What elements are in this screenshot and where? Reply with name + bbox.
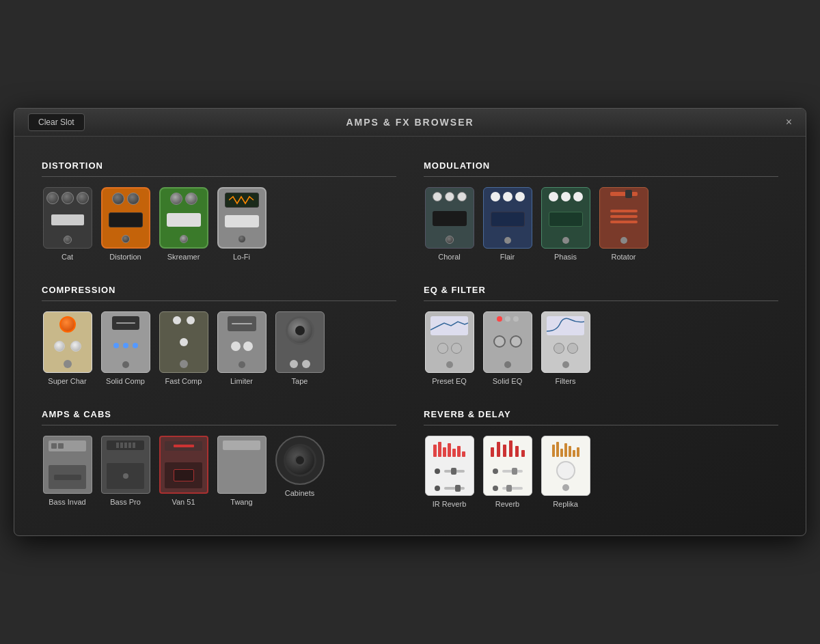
dot [290,360,298,368]
v51-top [165,441,202,451]
knob [231,341,241,351]
irreverb-pedal [425,436,474,496]
superchar-label: Super Char [48,377,86,385]
phasis-pedal [541,187,590,249]
knob [549,192,558,201]
cat-bar [51,214,84,225]
lofi-screen [225,193,259,208]
eq-filter-section: EQ & FILTER [410,275,785,399]
choral-screen [433,211,467,226]
filter-screen [547,316,584,335]
flair-pedal [483,187,532,249]
rotator-item[interactable]: Rotator [598,187,649,261]
amps-cabs-title: AMPS & CABS [42,409,396,419]
ir-controls2 [435,486,465,491]
knob [515,192,525,201]
phasis-label: Phasis [554,253,577,261]
eq-items: Preset EQ [424,311,778,385]
rp-knob [556,461,575,480]
knob [243,341,253,351]
choral-pedal [425,187,474,249]
amp-body [49,465,86,489]
van51-item[interactable]: Van 51 [158,436,209,506]
fastcomp-label: Fast Comp [165,377,202,385]
knob [170,193,182,205]
tape-item[interactable]: Tape [274,311,325,385]
knob-sm [64,236,72,244]
dot [505,316,510,322]
lofi-label: Lo-Fi [233,253,250,261]
v51-body [165,462,202,488]
reverb-label: Reverb [495,500,519,508]
sc-screen [112,316,139,330]
cat-label: Cat [62,253,73,261]
limiter-label: Limiter [230,377,253,385]
clear-slot-button[interactable]: Clear Slot [28,113,85,131]
limiter-item[interactable]: Limiter [216,311,267,385]
limiter-pedal [217,311,266,373]
solideq-item[interactable]: Solid EQ [482,311,533,385]
dot-red [497,316,502,322]
filters-item[interactable]: Filters [540,311,591,385]
ir-controls [435,468,465,474]
sk-btn [167,213,201,227]
knob [493,335,506,348]
reverb-items: IR Reverb [424,436,778,508]
skreamer-label: Skreamer [167,253,200,261]
rv-bars [491,440,525,457]
superchar-pedal [43,311,92,373]
line [610,215,638,218]
rp-bars [552,440,579,457]
skreamer-item[interactable]: Skreamer [158,187,209,261]
cat-item[interactable]: Cat [42,187,93,261]
modulation-title: MODULATION [424,160,778,171]
rotator-label: Rotator [611,253,636,261]
phasis-item[interactable]: Phasis [540,187,591,261]
ir-bars [433,440,465,457]
replika-item[interactable]: Replika [540,436,591,508]
twang-item[interactable]: Twang [216,436,267,506]
filter-svg [547,316,584,335]
eq-filter-title: EQ & FILTER [424,285,778,295]
lofi-item[interactable]: Lo-Fi [216,187,267,261]
knob [573,192,583,201]
knob [451,343,462,354]
line [610,221,638,223]
bassinvad-item[interactable]: Bass Invad [42,436,93,506]
foot-btn [504,361,511,368]
content-grid: DISTORTION Cat [14,137,806,535]
fastcomp-item[interactable]: Fast Comp [158,311,209,385]
tape-pedal [275,311,325,373]
choral-item[interactable]: Choral [424,187,475,261]
preseteq-pedal [425,311,474,373]
cabinets-icon [275,436,325,485]
flair-item[interactable]: Flair [482,187,533,261]
compression-title: COMPRESSION [42,285,396,295]
knob-sm [180,235,188,243]
cabinets-item[interactable]: Cabinets [274,436,325,506]
preseteq-item[interactable]: Preset EQ [424,311,475,385]
solidcomp-item[interactable]: Solid Comp [100,311,151,385]
bassinvad-label: Bass Invad [49,498,85,506]
window-title: AMPS & FX BROWSER [346,117,474,128]
reverb-delay-title: REVERB & DELAY [424,409,778,419]
dot [302,360,310,368]
close-button[interactable]: × [786,116,792,128]
basspro-item[interactable]: Bass Pro [100,436,151,506]
reverb-item[interactable]: Reverb [482,436,533,508]
superchar-item[interactable]: Super Char [42,311,93,385]
browser-window: Clear Slot AMPS & FX BROWSER × DISTORTIO… [14,108,806,536]
irreverb-item[interactable]: IR Reverb [424,436,475,508]
tape-reel [286,316,314,345]
distortion-items: Cat Distortion [42,187,396,261]
dot [123,343,128,348]
compression-section: COMPRESSION Super Char [35,275,410,399]
knob [185,193,197,205]
rotator-pedal [599,187,648,249]
tw-top [223,440,260,450]
knob [503,192,512,201]
basspro-pedal [101,436,150,494]
distortion-item[interactable]: Distortion [100,187,151,261]
flair-label: Flair [500,253,515,261]
bassinvad-pedal [43,436,92,494]
